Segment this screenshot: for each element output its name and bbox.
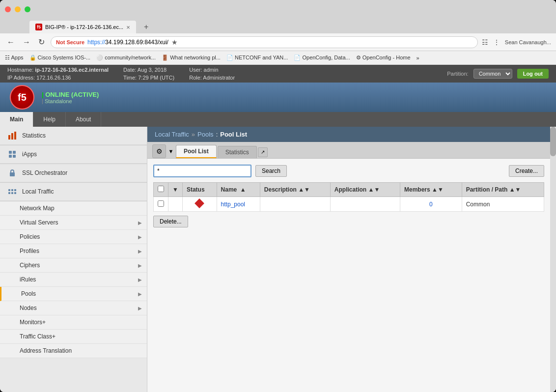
th-filter[interactable]: ▼ [168, 183, 183, 197]
select-all-checkbox[interactable] [158, 186, 164, 192]
profiles-chevron: ▶ [138, 249, 142, 254]
scrollbar-thumb[interactable] [550, 127, 556, 156]
tab-statistics[interactable]: Statistics [218, 146, 257, 158]
bookmark-openconfig-data[interactable]: 📄 OpenConfig, Data... [294, 55, 350, 61]
bookmark-apps[interactable]: ☷ Apps [5, 55, 24, 61]
row-name-cell[interactable]: http_pool [217, 197, 260, 212]
delete-button[interactable]: Delete... [153, 216, 188, 227]
irules-chevron: ▶ [138, 277, 142, 282]
traffic-class-plus-icon[interactable]: + [52, 333, 56, 340]
browser-tab-active[interactable]: f5 BIG-IP® - ip-172-16-26-136.ec... × [29, 21, 136, 33]
user-display: Sean Cavanaugh... [505, 39, 551, 45]
minimize-button[interactable] [15, 6, 21, 12]
bookmark-cisco[interactable]: 🔒 Cisco Systems IOS-... [29, 55, 91, 61]
sidebar-item-ssl[interactable]: SSL Orchestrator [0, 164, 147, 182]
address-bar[interactable]: Not Secure https://34.199.128.69:8443/xu… [51, 36, 478, 48]
svg-rect-9 [11, 189, 13, 191]
more-bookmarks[interactable]: » [417, 55, 419, 61]
url-port: :8443 [143, 39, 158, 46]
sidebar-item-local-traffic[interactable]: Local Traffic [0, 183, 147, 201]
pool-name-link[interactable]: http_pool [221, 201, 245, 208]
tab-about[interactable]: About [66, 112, 101, 127]
expand-icon[interactable]: ↗ [258, 147, 268, 157]
tab-help[interactable]: Help [33, 112, 66, 127]
svg-rect-0 [8, 135, 10, 140]
breadcrumb-pools[interactable]: Pools [197, 131, 214, 138]
svg-rect-11 [8, 192, 10, 194]
th-partition-path[interactable]: Partition / Path ▲▼ [462, 183, 544, 197]
th-status[interactable]: Status [182, 183, 217, 197]
back-button[interactable]: ← [5, 37, 17, 48]
f5-online-status: ONLINE (ACTIVE) [42, 91, 99, 98]
sidebar-subitem-traffic-class[interactable]: Traffic Class + [0, 330, 147, 344]
breadcrumb-sep1: » [192, 131, 195, 138]
partition-select[interactable]: Common [473, 69, 512, 79]
bookmark-community[interactable]: ⚪ community/network... [96, 55, 156, 61]
th-description[interactable]: Description ▲▼ [260, 183, 330, 197]
url-path: /xui/ [158, 39, 168, 46]
search-input[interactable] [153, 165, 251, 177]
svg-rect-6 [13, 155, 16, 158]
sidebar-subitem-policies[interactable]: Policies ▶ [0, 230, 147, 244]
th-application[interactable]: Application ▲▼ [330, 183, 400, 197]
user-info-row: User: admin [189, 66, 235, 73]
bookmark-networking[interactable]: 🚪 What networking pl... [162, 55, 221, 61]
hostname-label: Hostname: ip-172-16-26-136.ec2.internal [7, 66, 109, 73]
th-name[interactable]: Name ▲ [217, 183, 260, 197]
new-tab-button[interactable]: + [139, 21, 154, 33]
sidebar-subitem-virtual-servers[interactable]: Virtual Servers ▶ [0, 216, 147, 230]
f5-status: ONLINE (ACTIVE) Standalone [42, 91, 99, 104]
maximize-button[interactable] [25, 6, 30, 12]
sidebar-section-ssl: SSL Orchestrator [0, 164, 147, 183]
row-members-cell[interactable]: 0 [400, 197, 462, 212]
create-button[interactable]: Create... [509, 165, 544, 177]
menu-icon[interactable]: ⋮ [493, 38, 500, 46]
sidebar-section-statistics: Statistics [0, 127, 147, 145]
sidebar-subitem-nodes[interactable]: Nodes ▶ [0, 301, 147, 315]
sidebar-subitem-irules[interactable]: iRules ▶ [0, 273, 147, 287]
local-traffic-icon [7, 187, 17, 196]
sidebar-subitem-ciphers[interactable]: Ciphers ▶ [0, 258, 147, 273]
settings-gear-icon[interactable]: ⚙ [152, 144, 166, 158]
logout-button[interactable]: Log out [517, 69, 549, 79]
tab-pool-list[interactable]: Pool List [176, 145, 217, 158]
extensions-icon[interactable]: ☷ [482, 38, 488, 46]
partition-sort-icon: ▲▼ [509, 186, 521, 193]
search-button[interactable]: Search [255, 165, 287, 177]
close-button[interactable] [5, 6, 11, 12]
forward-button[interactable]: → [21, 37, 32, 48]
desc-sort-icon: ▲▼ [298, 186, 310, 193]
th-checkbox [154, 183, 168, 197]
sidebar-item-statistics[interactable]: Statistics [0, 127, 147, 145]
row-status-cell [182, 197, 217, 212]
sidebar-item-iapps[interactable]: iApps [0, 145, 147, 164]
row-checkbox-cell [154, 197, 168, 212]
sidebar-subitem-pools[interactable]: Pools ▶ [0, 287, 147, 301]
sidebar-subitem-address-translation[interactable]: Address Translation [0, 344, 147, 358]
sidebar-subitem-profiles[interactable]: Profiles ▶ [0, 244, 147, 258]
row-checkbox[interactable] [158, 200, 164, 207]
policies-chevron: ▶ [138, 234, 142, 240]
bookmark-openconfig-home[interactable]: ⚙ OpenConfig - Home [356, 55, 411, 61]
bookmark-netconf[interactable]: 📄 NETCONF and YAN... [226, 55, 288, 61]
table-row: http_pool 0 Common [154, 197, 544, 212]
breadcrumb-local-traffic[interactable]: Local Traffic [155, 131, 189, 138]
search-row: Search Create... [153, 165, 544, 177]
f5-header: f5 ONLINE (ACTIVE) Standalone [0, 83, 556, 112]
bookmarks-bar: ☷ Apps 🔒 Cisco Systems IOS-... ⚪ communi… [0, 51, 556, 65]
reload-button[interactable]: ↻ [36, 36, 47, 48]
tab-main[interactable]: Main [0, 112, 33, 127]
svg-rect-5 [9, 155, 12, 158]
monitors-plus-icon[interactable]: + [42, 319, 46, 326]
settings-arrow-icon[interactable]: ▼ [167, 144, 175, 158]
browser-nav-bar: ← → ↻ Not Secure https://34.199.128.69:8… [0, 33, 556, 51]
members-link[interactable]: 0 [429, 201, 433, 208]
th-members[interactable]: Members ▲▼ [400, 183, 462, 197]
sidebar-subitem-monitors[interactable]: Monitors + [0, 315, 147, 330]
tab-close-icon[interactable]: × [126, 24, 130, 31]
scrollbar-track[interactable] [550, 127, 556, 392]
sidebar-subitem-network-map[interactable]: Network Map [0, 201, 147, 216]
bookmark-star-icon[interactable]: ★ [171, 38, 178, 46]
f5-standalone-label: Standalone [42, 98, 99, 104]
tab-favicon: f5 [35, 24, 42, 30]
